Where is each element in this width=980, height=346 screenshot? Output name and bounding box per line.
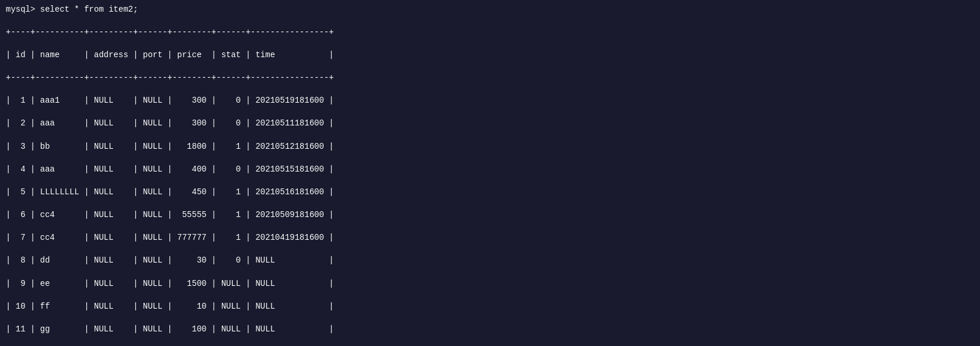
table1-row-1: | 1 | aaa1 | NULL | NULL | 300 | 0 | 202…	[6, 95, 974, 107]
terminal-window: mysql> select * from item2; +----+------…	[0, 0, 980, 346]
table1-header: | id | name | address | port | price | s…	[6, 50, 974, 61]
table1-row-4: | 4 | aaa | NULL | NULL | 400 | 0 | 2021…	[6, 164, 974, 176]
table1-sep-top: +----+----------+---------+------+------…	[6, 27, 974, 39]
table1-row-7: | 7 | cc4 | NULL | NULL | 777777 | 1 | 2…	[6, 232, 974, 244]
table1-row-9: | 9 | ee | NULL | NULL | 1500 | NULL | N…	[6, 278, 974, 290]
table1-row-8: | 8 | dd | NULL | NULL | 30 | 0 | NULL |	[6, 255, 974, 267]
table1-row-10: | 10 | ff | NULL | NULL | 10 | NULL | NU…	[6, 301, 974, 313]
table1-row-11: | 11 | gg | NULL | NULL | 100 | NULL | N…	[6, 324, 974, 335]
sql-1: select * from item2;	[40, 5, 138, 14]
table1-output: +----+----------+---------+------+------…	[6, 15, 974, 346]
table1-row-6: | 6 | cc4 | NULL | NULL | 55555 | 1 | 20…	[6, 209, 974, 221]
table1-row-3: | 3 | bb | NULL | NULL | 1800 | 1 | 2021…	[6, 141, 974, 153]
table1-sep-mid: +----+----------+---------+------+------…	[6, 72, 974, 84]
table1-row-5: | 5 | LLLLLLLL | NULL | NULL | 450 | 1 |…	[6, 187, 974, 198]
command-line-1: mysql> select * from item2;	[6, 5, 974, 14]
prompt-1: mysql>	[6, 5, 40, 14]
table1-row-2: | 2 | aaa | NULL | NULL | 300 | 0 | 2021…	[6, 118, 974, 130]
